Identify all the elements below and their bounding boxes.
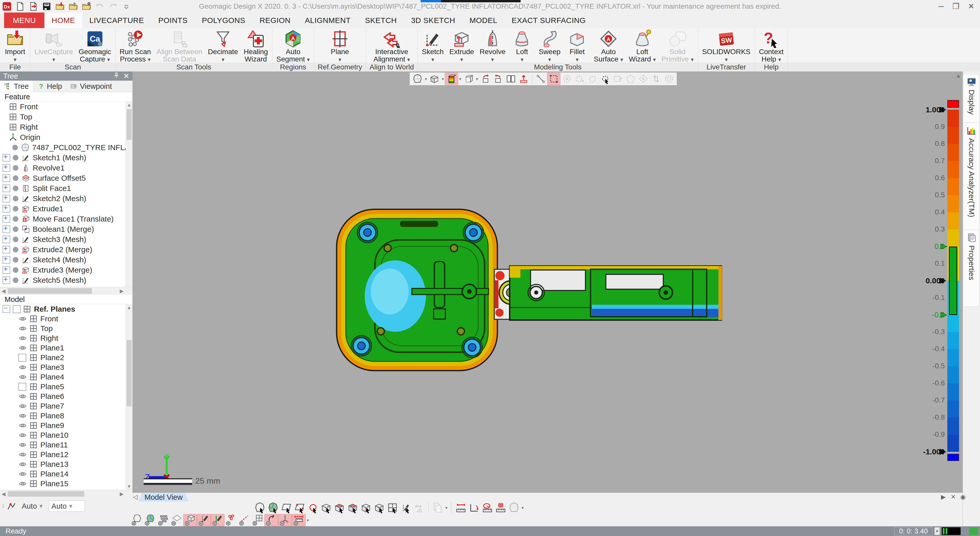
ribbon-button-interactive-alignment[interactable]: InteractiveAlignment ▾	[371, 29, 412, 63]
measure-mesh-button[interactable]	[508, 502, 520, 514]
ribbon-button-loft-wizard[interactable]: LoftWizard ▾	[626, 29, 659, 63]
tree-item-plane14[interactable]: Plane14	[0, 469, 132, 479]
tree-item-sketch2-mesh[interactable]: Sketch2 (Mesh)	[0, 194, 132, 204]
show-ref-line-button[interactable]	[238, 514, 251, 526]
tree-item-plane12[interactable]: Plane12	[0, 450, 132, 460]
expand-icon[interactable]	[3, 195, 10, 202]
save-button[interactable]	[41, 1, 52, 12]
ribbon-button-sweep[interactable]: Sweep▾	[536, 29, 563, 63]
dropdown-icon[interactable]: ▾	[444, 505, 449, 510]
select-circle-add-button[interactable]	[573, 73, 586, 85]
show-coordinate-button[interactable]	[278, 514, 292, 526]
open-file-button[interactable]	[28, 1, 39, 12]
toolbar-grip[interactable]: ⁞⁞	[2, 503, 4, 509]
tree-item-top[interactable]: Top	[0, 112, 132, 122]
rotate-right-button[interactable]	[492, 73, 504, 85]
tree-item-plane10[interactable]: Plane10	[0, 430, 132, 440]
tree-item-surface-offset5[interactable]: Surface Offset5	[0, 173, 132, 183]
measure-distance-button[interactable]	[454, 502, 468, 514]
undo-button[interactable]	[94, 1, 105, 12]
ribbon-button-context-help[interactable]: ?ContextHelp ▾	[756, 29, 786, 63]
expand-icon[interactable]	[3, 174, 10, 182]
tab-sketch[interactable]: SKETCH	[358, 13, 404, 28]
select-rectangle-button[interactable]	[547, 73, 560, 85]
tree-item-ref-planes[interactable]: Ref. Planes	[0, 304, 132, 314]
pick-ref-plane-button[interactable]	[386, 502, 399, 514]
tree-item-extrude2-merge[interactable]: Extrude2 (Merge)	[0, 245, 132, 255]
expand-icon[interactable]	[3, 184, 10, 192]
tree-item-plane7[interactable]: Plane7	[0, 401, 132, 411]
tree-item-right[interactable]: Right	[0, 122, 132, 132]
folder-scan-button[interactable]	[81, 1, 92, 12]
timer-dropdown-icon[interactable]: ▼	[935, 527, 940, 535]
select-circle-button[interactable]	[560, 73, 573, 85]
tree-item-plane13[interactable]: Plane13	[0, 460, 132, 469]
expand-icon[interactable]	[3, 215, 10, 223]
tab-3d-sketch[interactable]: 3D SKETCH	[404, 13, 463, 28]
display-body-button[interactable]	[428, 73, 441, 85]
display-mesh-button[interactable]	[411, 73, 424, 85]
redo-button[interactable]	[108, 1, 118, 12]
tab-model[interactable]: MODEL	[463, 13, 504, 28]
tab-region[interactable]: REGION	[252, 13, 298, 28]
pick-sketch-button[interactable]	[399, 502, 412, 514]
tree-item-plane3[interactable]: Plane3	[0, 363, 132, 372]
tree-item-front[interactable]: Front	[0, 314, 132, 324]
tree-item-origin[interactable]: Origin	[0, 132, 132, 142]
ribbon-button-healing-wizard[interactable]: HealingWizard	[241, 29, 270, 63]
model-vscrollbar[interactable]: ▲▼	[126, 304, 132, 490]
pick-plane-button[interactable]	[280, 502, 293, 514]
ribbon-button-geomagic-capture[interactable]: CaGeomagicCapture ▾	[76, 29, 114, 63]
maximize-icon[interactable]: ❐	[953, 2, 959, 11]
show-ref-plane-button[interactable]	[251, 514, 264, 526]
collapse-toolbar-icon[interactable]: ▲	[956, 73, 961, 79]
prev-view-icon[interactable]: ◁	[133, 493, 138, 501]
snap-mode-icon[interactable]	[6, 501, 17, 511]
tab-livecapture[interactable]: LIVECAPTURE	[82, 13, 151, 28]
dropdown-icon[interactable]: ▾	[458, 76, 462, 81]
sidebar-tab-display[interactable]: Display	[964, 74, 980, 123]
expand-icon[interactable]	[3, 225, 10, 233]
tab-exact-surfacing[interactable]: EXACT SURFACING	[504, 13, 593, 28]
measure-thickness-button[interactable]	[494, 502, 508, 514]
folder-export-button[interactable]	[68, 1, 79, 12]
ribbon-button-revolve[interactable]: Revolve▾	[477, 29, 508, 63]
expand-icon[interactable]	[3, 256, 10, 264]
display-wireframe-button[interactable]	[462, 73, 475, 85]
split-view-button[interactable]	[504, 73, 517, 85]
tab-points[interactable]: POINTS	[151, 13, 195, 28]
select-flood-button[interactable]	[637, 73, 650, 85]
tree-item-plane2[interactable]: Plane2	[0, 353, 132, 363]
tree-item-front[interactable]: Front	[0, 102, 132, 112]
tree-item-sketch4-mesh[interactable]: Sketch4 (Mesh)	[0, 255, 132, 265]
tree-item-boolean1-merge[interactable]: Boolean1 (Merge)	[0, 224, 132, 234]
show-measurement-button[interactable]	[292, 514, 306, 526]
panel-tab-tree[interactable]: Tree	[0, 81, 33, 92]
model-viewport[interactable]: ▾▾▾▾ ▲ Y Z 25 mm	[132, 72, 963, 493]
snap-dropdown-2[interactable]: Auto▼	[49, 501, 85, 512]
model-hscrollbar[interactable]: ◀▶	[0, 490, 132, 498]
pick-solid-button[interactable]	[346, 502, 360, 514]
show-region-button[interactable]	[143, 514, 157, 526]
tree-item-extrude3-merge[interactable]: Extrude3 (Merge)	[0, 265, 132, 275]
snap-dropdown-1[interactable]: Auto▼	[19, 501, 46, 511]
show-surface-body-button[interactable]	[170, 514, 183, 526]
flip-normal-button[interactable]	[517, 73, 530, 85]
show-ref-point-button[interactable]	[224, 514, 238, 526]
panel-tab-viewpoint[interactable]: Viewpoint	[66, 81, 116, 92]
close-panel-icon[interactable]: ✕	[123, 72, 129, 80]
tab-polygons[interactable]: POLYGONS	[195, 13, 252, 28]
pick-boundary-button[interactable]	[306, 502, 320, 514]
expand-icon[interactable]	[3, 205, 10, 213]
rotate-left-button[interactable]	[479, 73, 492, 85]
pin-icon[interactable]	[113, 72, 120, 80]
tab-model-view[interactable]: Model View	[138, 493, 189, 501]
ribbon-button-align-between-scan-data[interactable]: Align BetweenScan Data	[154, 29, 205, 63]
expand-icon[interactable]	[3, 154, 10, 162]
overflow-button[interactable]	[121, 1, 132, 12]
show-3d-sketch-button[interactable]	[211, 514, 224, 526]
dropdown-icon[interactable]: ▾	[475, 76, 479, 81]
tab-alignment[interactable]: ALIGNMENT	[298, 13, 358, 28]
ribbon-button-solidworks[interactable]: SWSOLIDWORKS▾	[700, 29, 753, 63]
record-view-icon[interactable]: ◉	[960, 493, 966, 501]
